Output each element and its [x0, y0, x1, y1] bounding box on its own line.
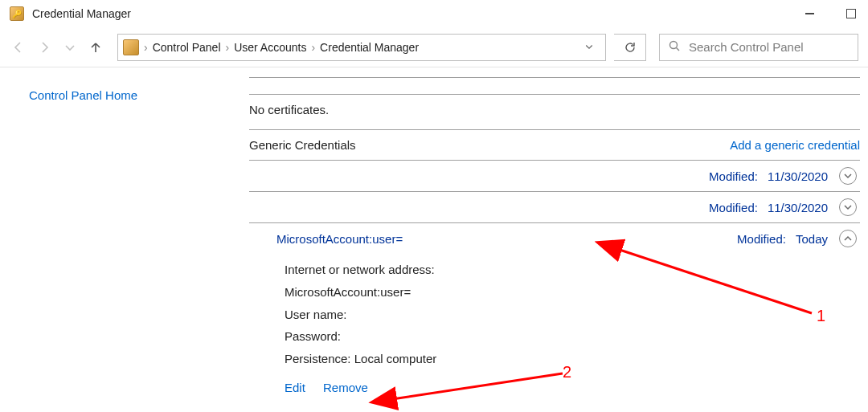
svg-line-1 — [677, 48, 680, 51]
window-controls — [799, 3, 862, 24]
address-line: Internet or network address: MicrosoftAc… — [285, 259, 860, 304]
generic-credentials-title: Generic Credentials — [249, 138, 356, 152]
persistence-line: Persistence: Local computer — [285, 348, 860, 370]
address-dropdown-icon[interactable] — [578, 41, 600, 54]
window-title: Credential Manager — [32, 7, 131, 20]
modified-date: Today — [796, 232, 828, 246]
back-button[interactable] — [10, 39, 27, 56]
credential-name: MicrosoftAccount:user= — [249, 232, 403, 246]
password-line: Password: — [285, 325, 860, 348]
generic-credentials-header: Generic Credentials Add a generic creden… — [249, 129, 860, 161]
chevron-right-icon: › — [311, 41, 315, 54]
add-generic-credential-link[interactable]: Add a generic credential — [730, 138, 860, 152]
chevron-right-icon: › — [226, 41, 230, 54]
breadcrumb-item[interactable]: User Accounts — [234, 41, 306, 54]
edit-link[interactable]: Edit — [285, 381, 305, 394]
credential-details: Internet or network address: MicrosoftAc… — [249, 254, 860, 399]
collapse-button[interactable] — [839, 230, 857, 247]
svg-point-0 — [670, 42, 678, 49]
no-certificates-text: No certificates. — [249, 95, 860, 129]
breadcrumb-item[interactable]: Control Panel — [153, 41, 221, 54]
certificates-section-header — [249, 77, 860, 95]
annotation-1: 1 — [817, 307, 825, 325]
refresh-button[interactable] — [614, 34, 646, 61]
nav-bar: › Control Panel › User Accounts › Creden… — [0, 27, 868, 67]
chevron-right-icon[interactable]: › — [144, 41, 148, 54]
app-icon: 🔑 — [10, 6, 24, 21]
search-icon — [668, 39, 681, 55]
main-content: No certificates. Generic Credentials Add… — [249, 67, 868, 399]
modified-date: 11/30/2020 — [768, 201, 828, 214]
remove-link[interactable]: Remove — [323, 381, 368, 394]
modified-label: Modified: — [709, 169, 758, 183]
modified-label: Modified: — [737, 232, 786, 246]
modified-date: 11/30/2020 — [768, 169, 828, 183]
search-box[interactable] — [659, 34, 858, 61]
title-bar: 🔑 Credential Manager — [0, 0, 868, 27]
up-button[interactable] — [87, 39, 104, 56]
recent-dropdown-icon[interactable] — [61, 39, 79, 56]
expand-button[interactable] — [839, 198, 857, 216]
credential-row-expanded[interactable]: MicrosoftAccount:user= Modified: Today — [249, 223, 860, 254]
address-bar-icon — [123, 39, 139, 55]
address-bar[interactable]: › Control Panel › User Accounts › Creden… — [117, 34, 606, 61]
sidebar: Control Panel Home — [0, 67, 249, 399]
forward-button[interactable] — [35, 39, 53, 56]
expand-button[interactable] — [839, 167, 857, 185]
credential-row[interactable]: Modified: 11/30/2020 — [249, 192, 860, 223]
modified-label: Modified: — [709, 201, 758, 214]
control-panel-home-link[interactable]: Control Panel Home — [29, 88, 137, 102]
breadcrumb-item[interactable]: Credential Manager — [320, 41, 419, 54]
minimize-button[interactable] — [799, 3, 820, 24]
credential-row[interactable]: Modified: 11/30/2020 — [249, 161, 860, 192]
maximize-button[interactable] — [841, 3, 862, 24]
search-input[interactable] — [689, 40, 850, 54]
annotation-2: 2 — [563, 363, 571, 381]
breadcrumb: Control Panel › User Accounts › Credenti… — [153, 41, 573, 54]
username-line: User name: — [285, 304, 860, 326]
